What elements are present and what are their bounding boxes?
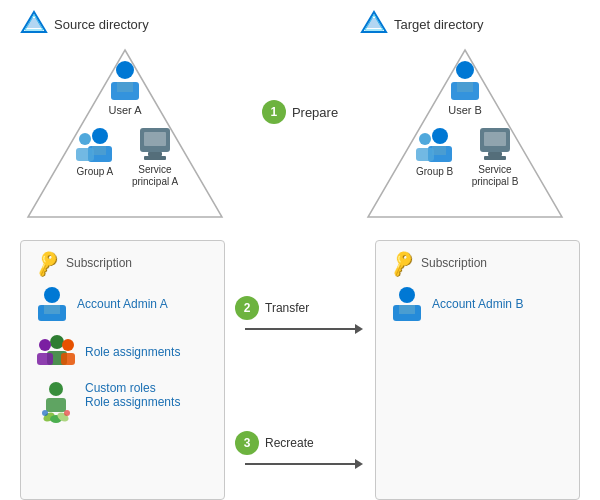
target-account-admin-text: Account Admin B	[432, 297, 523, 311]
prepare-section: 1 Prepare	[240, 10, 360, 124]
transfer-line	[245, 328, 355, 330]
svg-rect-25	[432, 146, 446, 155]
diagram: Source directory User A	[0, 0, 600, 500]
source-sub-label: 🔑 Subscription	[35, 251, 210, 275]
svg-point-48	[399, 287, 415, 303]
svg-point-7	[92, 128, 108, 144]
bottom-section: 🔑 Subscription Account Admin A	[0, 230, 600, 500]
target-directory-box: Target directory User B	[360, 10, 580, 220]
step1-label: 1 Prepare	[262, 100, 338, 124]
svg-rect-14	[148, 152, 162, 156]
svg-point-35	[50, 335, 64, 349]
source-triangle: User A	[20, 42, 230, 227]
target-directory-label: Target directory	[360, 10, 580, 38]
target-group-icon-group: Group B	[412, 126, 458, 188]
source-role-assignments2-text: Role assignments	[85, 395, 180, 409]
source-custom-roles-text: Custom roles	[85, 381, 180, 395]
target-label-text: Target directory	[394, 17, 484, 32]
source-account-admin-text: Account Admin A	[77, 297, 168, 311]
source-role-assignments-row: Role assignments	[35, 333, 210, 371]
svg-point-46	[42, 410, 48, 416]
svg-point-39	[62, 339, 74, 351]
target-subscription-box: 🔑 Subscription Account Admin B	[375, 240, 580, 500]
source-azure-icon	[20, 10, 48, 38]
recreate-arrow-group: 3 Recreate	[235, 431, 365, 465]
svg-point-26	[419, 133, 431, 145]
svg-point-47	[64, 410, 70, 416]
target-azure-icon	[360, 10, 388, 38]
source-directory-label: Source directory	[20, 10, 240, 38]
transfer-arrowhead	[355, 324, 363, 334]
transfer-arrow-group: 2 Transfer	[235, 296, 365, 330]
svg-point-23	[432, 128, 448, 144]
step3-circle: 3	[235, 431, 259, 455]
recreate-arrowhead	[355, 459, 363, 469]
source-custom-roles-texts: Custom roles Role assignments	[85, 381, 180, 409]
source-custom-roles-row: Custom roles Role assignments	[35, 381, 210, 427]
svg-point-4	[116, 61, 134, 79]
step2-label: Transfer	[265, 301, 309, 315]
svg-rect-15	[144, 156, 166, 160]
source-bottom-icons: Group A Serviceprincipal A	[72, 126, 178, 188]
target-sub-label: 🔑 Subscription	[390, 251, 565, 275]
svg-rect-22	[457, 82, 473, 92]
recreate-line	[245, 463, 355, 465]
svg-point-10	[79, 133, 91, 145]
source-group-icon	[72, 126, 118, 164]
source-group-label: Group A	[77, 166, 114, 178]
source-service-icon	[138, 126, 172, 162]
svg-point-20	[456, 61, 474, 79]
target-admin-person-icon	[390, 285, 424, 323]
step1-circle: 1	[262, 100, 286, 124]
transfer-arrow-row: 2 Transfer	[235, 296, 365, 320]
svg-rect-11	[76, 148, 94, 161]
target-account-admin-row: Account Admin B	[390, 285, 565, 323]
source-group-icon-group: Group A	[72, 126, 118, 188]
svg-rect-40	[61, 353, 75, 365]
step2-circle: 2	[235, 296, 259, 320]
source-admin-person-icon	[35, 285, 69, 323]
svg-rect-42	[46, 398, 66, 412]
svg-rect-38	[37, 353, 53, 365]
svg-rect-50	[399, 305, 415, 314]
step3-label: Recreate	[265, 436, 314, 450]
source-custom-role-icon	[35, 381, 77, 427]
svg-rect-13	[144, 132, 166, 146]
target-user-figure: User B	[447, 60, 483, 116]
svg-rect-29	[484, 132, 506, 146]
svg-point-37	[39, 339, 51, 351]
source-service-icon-group: Serviceprincipal A	[132, 126, 178, 188]
recreate-arrow-row: 3 Recreate	[235, 431, 365, 455]
source-account-admin-row: Account Admin A	[35, 285, 210, 323]
source-service-label: Serviceprincipal A	[132, 164, 178, 188]
svg-rect-9	[92, 146, 106, 155]
target-service-icon-group: Serviceprincipal B	[472, 126, 519, 188]
source-user-icon	[107, 60, 143, 102]
target-service-icon	[478, 126, 512, 162]
target-triangle-content: User B Group B	[360, 42, 570, 227]
svg-rect-31	[484, 156, 506, 160]
source-role-assignments-text: Role assignments	[85, 345, 180, 359]
arrows-section: 2 Transfer 3 Recreate	[235, 240, 365, 500]
source-label-text: Source directory	[54, 17, 149, 32]
svg-rect-34	[44, 305, 60, 314]
source-triangle-content: User A	[20, 42, 230, 227]
target-group-label: Group B	[416, 166, 453, 178]
svg-rect-6	[117, 82, 133, 92]
target-key-icon: 🔑	[387, 247, 419, 278]
source-subscription-box: 🔑 Subscription Account Admin A	[20, 240, 225, 500]
target-bottom-icons: Group B Serviceprincipal B	[412, 126, 519, 188]
top-section: Source directory User A	[0, 0, 600, 230]
source-user-label: User A	[108, 104, 141, 116]
target-service-label: Serviceprincipal B	[472, 164, 519, 188]
target-user-icon	[447, 60, 483, 102]
target-group-icon	[412, 126, 458, 164]
svg-rect-30	[488, 152, 502, 156]
svg-rect-27	[416, 148, 434, 161]
step1-text: Prepare	[292, 105, 338, 120]
svg-point-32	[44, 287, 60, 303]
source-user-figure: User A	[107, 60, 143, 116]
source-role-icon	[35, 333, 77, 371]
target-user-label: User B	[448, 104, 482, 116]
source-key-icon: 🔑	[32, 247, 64, 278]
